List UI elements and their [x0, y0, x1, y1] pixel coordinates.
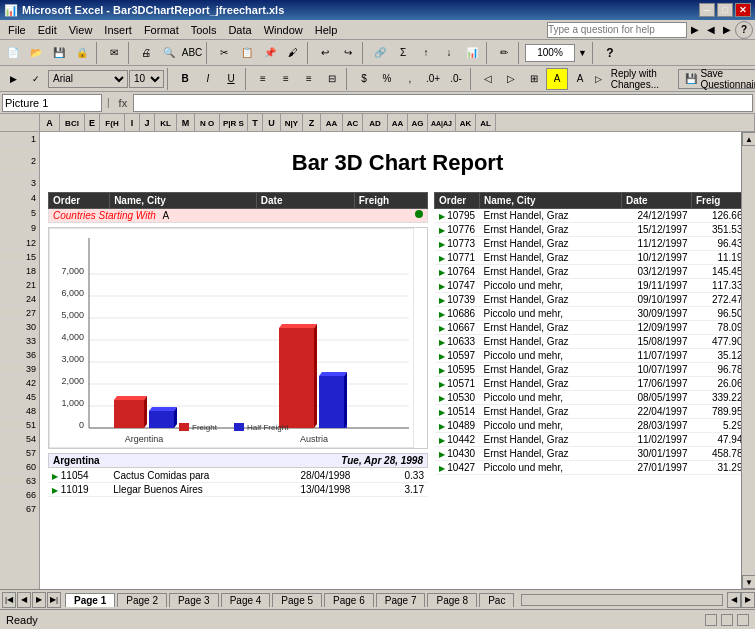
autosum-button[interactable]: Σ [392, 42, 414, 64]
row-42[interactable]: 42 [0, 376, 39, 390]
row-66[interactable]: 66 [0, 488, 39, 502]
help-icon-button[interactable]: ? [599, 42, 621, 64]
menu-format[interactable]: Format [138, 22, 185, 38]
hyperlink-button[interactable]: 🔗 [369, 42, 391, 64]
copy-button[interactable]: 📋 [236, 42, 258, 64]
col-j[interactable]: J [140, 114, 155, 132]
menu-file[interactable]: File [2, 22, 32, 38]
print-preview-button[interactable]: 🔍 [158, 42, 180, 64]
sheet-tab-5[interactable]: Page 6 [324, 593, 374, 607]
sheet-tab-4[interactable]: Page 5 [272, 593, 322, 607]
menu-view[interactable]: View [63, 22, 99, 38]
minimize-button[interactable]: ─ [699, 3, 715, 17]
row-4[interactable]: 4 [0, 190, 39, 206]
col-bc[interactable]: BCl [60, 114, 85, 132]
italic-button[interactable]: I [197, 68, 219, 90]
col-al[interactable]: AL [476, 114, 496, 132]
sheet-tab-6[interactable]: Page 7 [376, 593, 426, 607]
tb2-extra1[interactable]: ▷ [592, 68, 606, 90]
cut-button[interactable]: ✂ [213, 42, 235, 64]
merge-center-button[interactable]: ⊟ [321, 68, 343, 90]
col-aa2[interactable]: AA [388, 114, 408, 132]
filter-handle[interactable] [415, 210, 423, 218]
col-kl[interactable]: KL [155, 114, 177, 132]
chart-wizard-button[interactable]: 📊 [461, 42, 483, 64]
align-left-button[interactable]: ≡ [252, 68, 274, 90]
col-ak[interactable]: AK [456, 114, 476, 132]
row-60[interactable]: 60 [0, 460, 39, 474]
bold-button[interactable]: B [174, 68, 196, 90]
drawing-button[interactable]: ✏ [493, 42, 515, 64]
new-button[interactable]: 📄 [2, 42, 24, 64]
col-e[interactable]: E [85, 114, 100, 132]
decrease-decimal[interactable]: .0- [445, 68, 467, 90]
sheet-tab-8[interactable]: Pac [479, 593, 514, 607]
reply-changes-label[interactable]: Reply with Changes... [609, 68, 670, 90]
menu-help[interactable]: Help [309, 22, 344, 38]
indent-decrease[interactable]: ◁ [477, 68, 499, 90]
name-box-input[interactable] [2, 94, 102, 112]
col-t[interactable]: T [248, 114, 263, 132]
col-aaaj[interactable]: AA|AJ [428, 114, 456, 132]
permission-button[interactable]: 🔒 [71, 42, 93, 64]
increase-decimal[interactable]: .0+ [422, 68, 444, 90]
col-z[interactable]: Z [303, 114, 321, 132]
col-m[interactable]: M [177, 114, 195, 132]
row-67[interactable]: 67 [0, 502, 39, 516]
col-ny[interactable]: N|Y [281, 114, 303, 132]
col-u[interactable]: U [263, 114, 281, 132]
col-prs[interactable]: P|R S [220, 114, 248, 132]
font-size-select[interactable]: 10 [129, 70, 164, 88]
zoom-dropdown[interactable]: ▼ [576, 48, 589, 58]
menu-tools[interactable]: Tools [185, 22, 223, 38]
row-2[interactable]: 2 [0, 146, 39, 176]
help-search-input[interactable] [547, 22, 687, 38]
row-5[interactable]: 5 [0, 206, 39, 220]
horizontal-scrollbar[interactable] [521, 594, 723, 606]
zoom-display[interactable]: 100% [525, 44, 575, 62]
comma-button[interactable]: , [399, 68, 421, 90]
help-nav-next[interactable]: ▶ [719, 24, 735, 35]
col-aa[interactable]: AA [321, 114, 343, 132]
print-button[interactable]: 🖨 [135, 42, 157, 64]
restore-button[interactable]: □ [717, 3, 733, 17]
row-18[interactable]: 18 [0, 264, 39, 278]
vertical-scrollbar[interactable]: ▲ ▼ [741, 132, 755, 589]
help-button[interactable]: ? [735, 21, 753, 39]
scroll-left[interactable]: ◀ [727, 592, 741, 608]
row-3[interactable]: 3 [0, 176, 39, 190]
scroll-down-button[interactable]: ▼ [742, 575, 755, 589]
save-button[interactable]: 💾 [48, 42, 70, 64]
row-9[interactable]: 9 [0, 220, 39, 236]
tab-next-button[interactable]: ▶ [32, 592, 46, 608]
col-fh[interactable]: F(H [100, 114, 125, 132]
sheet-tab-3[interactable]: Page 4 [221, 593, 271, 607]
row-30[interactable]: 30 [0, 320, 39, 334]
sheet-tab-2[interactable]: Page 3 [169, 593, 219, 607]
redo-button[interactable]: ↪ [337, 42, 359, 64]
align-right-button[interactable]: ≡ [298, 68, 320, 90]
open-button[interactable]: 📂 [25, 42, 47, 64]
save-questionnaire-button[interactable]: 💾 Save Questionnaire [678, 69, 755, 89]
tab-prev-button[interactable]: ◀ [17, 592, 31, 608]
col-ad[interactable]: AD [363, 114, 388, 132]
row-1[interactable]: 1 [0, 132, 39, 146]
sort-asc-button[interactable]: ↑ [415, 42, 437, 64]
col-no[interactable]: N O [195, 114, 220, 132]
help-nav-prev[interactable]: ◀ [703, 24, 719, 35]
tb2-btn1[interactable]: ▶ [2, 68, 24, 90]
scroll-right[interactable]: ▶ [741, 592, 755, 608]
row-48[interactable]: 48 [0, 404, 39, 418]
row-15[interactable]: 15 [0, 250, 39, 264]
sheet-tab-1[interactable]: Page 2 [117, 593, 167, 607]
row-54[interactable]: 54 [0, 432, 39, 446]
row-45[interactable]: 45 [0, 390, 39, 404]
spell-button[interactable]: ABC [181, 42, 203, 64]
row-36[interactable]: 36 [0, 348, 39, 362]
menu-insert[interactable]: Insert [98, 22, 138, 38]
tb2-btn2[interactable]: ✓ [25, 68, 47, 90]
align-center-button[interactable]: ≡ [275, 68, 297, 90]
menu-data[interactable]: Data [222, 22, 257, 38]
percent-button[interactable]: % [376, 68, 398, 90]
borders-button[interactable]: ⊞ [523, 68, 545, 90]
